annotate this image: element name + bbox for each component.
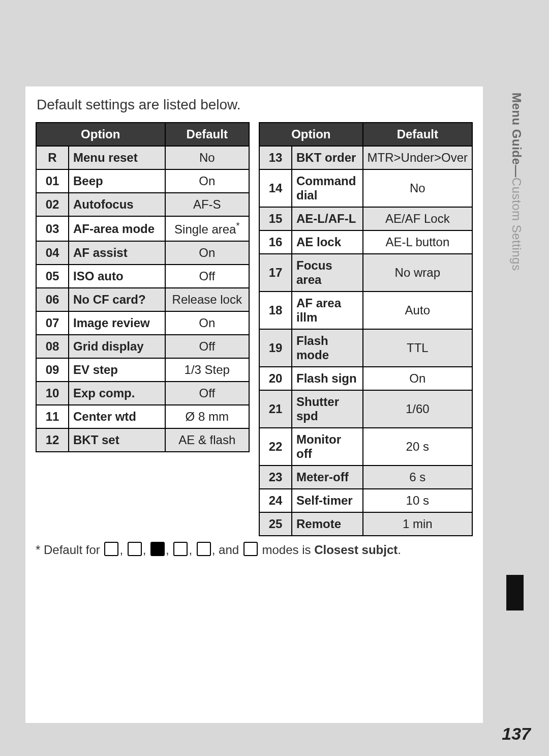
mode-icon-closeup	[197, 542, 211, 556]
row-option: BKT order	[292, 146, 363, 169]
row-default: 20 s	[363, 428, 472, 466]
col-option: Option	[259, 123, 363, 146]
row-option: BKT set	[69, 428, 165, 452]
row-default: No wrap	[363, 254, 472, 292]
table-row: 03AF-area modeSingle area*	[36, 216, 249, 241]
row-option: Autofocus	[69, 193, 165, 216]
row-index: R	[36, 146, 69, 169]
footnote-middle: modes is	[262, 543, 315, 557]
row-index: 17	[259, 254, 292, 292]
row-default: AE & flash	[165, 428, 249, 452]
row-option: Beep	[69, 169, 165, 193]
row-index: 09	[36, 358, 69, 382]
table-row: 12BKT setAE & flash	[36, 428, 249, 452]
table-row: 20Flash signOn	[259, 367, 472, 390]
row-default: 1/3 Step	[165, 358, 249, 382]
row-option: Center wtd	[69, 405, 165, 428]
row-option: AF area illm	[292, 292, 363, 329]
footnote-suffix: .	[398, 543, 401, 557]
row-index: 14	[259, 169, 292, 207]
right-table-wrap: Option Default 13BKT orderMTR>Under>Over…	[259, 122, 473, 536]
row-index: 18	[259, 292, 292, 329]
table-row: 22Monitor off20 s	[259, 428, 472, 466]
row-default: Off	[165, 265, 249, 288]
row-option: Menu reset	[69, 146, 165, 169]
footnote-prefix: * Default for	[36, 543, 103, 557]
table-row: 01BeepOn	[36, 169, 249, 193]
row-index: 05	[36, 265, 69, 288]
table-row: 11Center wtdØ 8 mm	[36, 405, 249, 428]
row-option: AE lock	[292, 230, 363, 254]
row-option: Meter-off	[292, 466, 363, 489]
row-index: 20	[259, 367, 292, 390]
row-option: AE-L/AF-L	[292, 207, 363, 230]
mode-icon-night	[243, 542, 258, 556]
row-default: 1/60	[363, 390, 472, 428]
sidetab-main: Menu Guide—	[510, 93, 524, 178]
row-index: 11	[36, 405, 69, 428]
table-row: 05ISO autoOff	[36, 265, 249, 288]
thumb-tab	[506, 575, 524, 610]
row-default: Off	[165, 382, 249, 405]
intro-text: Default settings are listed below.	[37, 97, 473, 113]
table-row: 06No CF card?Release lock	[36, 288, 249, 311]
table-row: 13BKT orderMTR>Under>Over	[259, 146, 472, 169]
row-default: On	[165, 241, 249, 265]
row-option: Flash mode	[292, 329, 363, 367]
row-option: ISO auto	[69, 265, 165, 288]
table-row: 02AutofocusAF-S	[36, 193, 249, 216]
row-default: AE/AF Lock	[363, 207, 472, 230]
row-option: EV step	[69, 358, 165, 382]
top-margin	[0, 0, 549, 84]
row-index: 03	[36, 216, 69, 241]
table-row: 10Exp comp.Off	[36, 382, 249, 405]
row-option: Focus area	[292, 254, 363, 292]
mode-icon-sports	[173, 542, 188, 556]
table-row: 19Flash modeTTL	[259, 329, 472, 367]
table-row: 21Shutter spd1/60	[259, 390, 472, 428]
side-tab: Menu Guide—Custom Settings	[489, 85, 524, 278]
left-table-wrap: Option Default RMenu resetNo01BeepOn02Au…	[36, 122, 250, 536]
row-default: No	[165, 146, 249, 169]
table-row: RMenu resetNo	[36, 146, 249, 169]
table-row: 15AE-L/AF-LAE/AF Lock	[259, 207, 472, 230]
row-option: AF-area mode	[69, 216, 165, 241]
table-row: 14Command dialNo	[259, 169, 472, 207]
row-default: No	[363, 169, 472, 207]
row-default: On	[363, 367, 472, 390]
row-option: Image review	[69, 311, 165, 335]
settings-tables: Option Default RMenu resetNo01BeepOn02Au…	[36, 122, 473, 536]
table-row: 24Self-timer10 s	[259, 489, 472, 512]
row-index: 08	[36, 335, 69, 358]
col-default: Default	[363, 123, 472, 146]
row-default: Single area*	[165, 216, 249, 241]
row-default: 10 s	[363, 489, 472, 512]
row-default: AF-S	[165, 193, 249, 216]
row-index: 19	[259, 329, 292, 367]
table-row: 08Grid displayOff	[36, 335, 249, 358]
mode-icon-auto	[104, 542, 118, 556]
page-content: Default settings are listed below. Optio…	[25, 86, 483, 723]
sidetab-light: Custom Settings	[510, 178, 524, 271]
row-option: Self-timer	[292, 489, 363, 512]
row-index: 13	[259, 146, 292, 169]
row-option: Flash sign	[292, 367, 363, 390]
table-row: 04AF assistOn	[36, 241, 249, 265]
table-row: 25Remote1 min	[259, 512, 472, 536]
row-index: 02	[36, 193, 69, 216]
row-index: 07	[36, 311, 69, 335]
mode-icon-portrait	[128, 542, 142, 556]
row-index: 04	[36, 241, 69, 265]
row-option: Command dial	[292, 169, 363, 207]
row-index: 01	[36, 169, 69, 193]
row-index: 25	[259, 512, 292, 536]
row-default: 1 min	[363, 512, 472, 536]
mode-icon-landscape	[150, 542, 165, 556]
footnote: * Default for , , , , , and modes is Clo…	[36, 541, 473, 559]
row-default: On	[165, 311, 249, 335]
row-default: MTR>Under>Over	[363, 146, 472, 169]
row-index: 23	[259, 466, 292, 489]
row-default: 6 s	[363, 466, 472, 489]
right-table: Option Default 13BKT orderMTR>Under>Over…	[259, 122, 473, 536]
row-option: Exp comp.	[69, 382, 165, 405]
